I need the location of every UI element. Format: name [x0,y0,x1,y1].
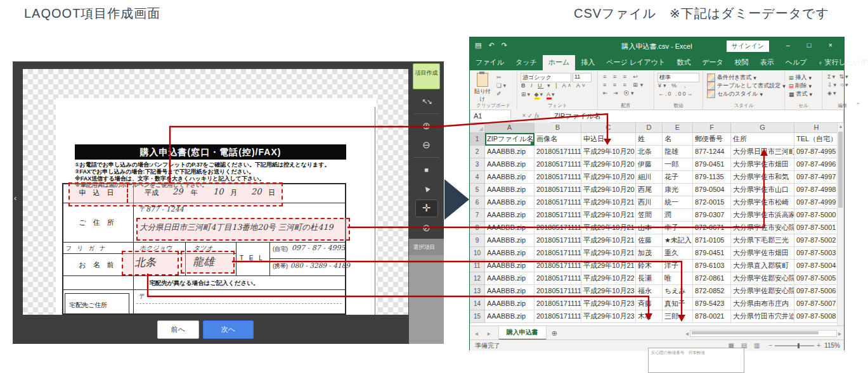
cell-F8[interactable]: 872-0671 [693,222,731,234]
cell-G3[interactable]: 大分県宇佐市畑田 [731,158,794,171]
tab-3[interactable]: ホーム [543,55,576,70]
cell-F4[interactable]: 879-1135 [693,171,731,184]
cell-H11[interactable]: 097-87-5004 [794,260,839,272]
zoom-out-icon[interactable]: ⊖ [416,137,437,153]
font-name-select[interactable]: 游ゴシック [521,73,571,82]
row-header-1[interactable]: 1 [470,133,485,146]
cell-G9[interactable]: 大分県下毛郡三光 [731,234,794,247]
cell-H10[interactable]: 097-87-5003 [794,247,839,260]
cursor-icon[interactable]: ▲ [413,175,440,201]
copy-icon[interactable]: ❏ ▾ [496,82,506,89]
cell-H3[interactable]: 097-87-4996 [794,158,839,171]
cell-C7[interactable]: 平成29年10月21日 [581,209,636,222]
cell-H2[interactable]: 097-87-4995 [794,146,839,158]
cell-F15[interactable]: 878-0021 [693,310,731,323]
cell-A7[interactable]: AAABBB.zip [485,209,534,222]
cell-E13[interactable]: ちえみ [663,285,693,298]
cell-G10[interactable]: 大分県宇佐市畑田 [731,247,794,260]
format-cells-button[interactable]: ▦書式 ▾ [789,90,812,98]
cell-A15[interactable]: AAABBB.zip [485,310,534,323]
zoom-slider[interactable] [775,345,814,346]
cell-E8[interactable]: 幸子 [663,222,693,234]
add-sheet-icon[interactable]: ⊕ [547,329,562,338]
cell-C3[interactable]: 平成29年10月20日 [581,158,636,171]
prev-button[interactable]: 前へ [157,320,199,339]
tell-me-box[interactable]: ♀実行したい作業を入力してください [813,55,868,70]
autosum-sort-icons[interactable]: Σ▾ ⇅▾ [827,73,850,80]
cell-E5[interactable]: 康光 [663,184,693,196]
cell-F1[interactable]: 郵便番号 [693,133,731,146]
hide-icon[interactable]: ⊘ [416,220,437,236]
cell-G5[interactable]: 大分県宇佐市山口 [731,184,794,196]
cell-H12[interactable]: 097-87-5005 [794,272,839,285]
cell-C9[interactable]: 平成29年10月21日 [581,234,636,247]
format-painter-icon[interactable]: ✐ [496,91,502,98]
row-header-14[interactable]: 14 [470,298,485,310]
select-all-corner[interactable] [470,123,485,133]
cell-D12[interactable]: 長瀬 [636,272,663,285]
cell-E11[interactable]: 洋子 [663,260,693,272]
cell-D14[interactable]: 斉藤 [636,298,663,310]
format-as-table-button[interactable]: テーブルとして書式設定 ▾ [707,82,786,90]
cell-B12[interactable]: 201805171111 [534,272,581,285]
cell-B6[interactable]: 201805171111 [534,196,581,209]
selected-items-list[interactable] [409,255,444,344]
cell-G15[interactable]: 大分県竹田市穴井迫 [731,310,794,323]
cell-A2[interactable]: AAABBB.zip [485,146,534,158]
zoom-level[interactable]: 115% [824,342,844,349]
cell-G8[interactable]: 大分県宇佐市安心院 [731,222,794,234]
row-header-9[interactable]: 9 [470,234,485,247]
delete-cells-button[interactable]: ⊟削除 ▾ [789,82,812,90]
tab-6[interactable]: 数式 [671,55,696,70]
cell-H8[interactable]: 097-87-5001 [794,222,839,234]
cell-G11[interactable]: 大分県直入郡荻町 [731,260,794,272]
cell-D13[interactable]: 福永 [636,285,663,298]
cell-E4[interactable]: 花子 [663,171,693,184]
cell-G1[interactable]: 住所 [731,133,794,146]
zoom-slider-thumb[interactable] [798,343,800,348]
move-icon[interactable]: ✛ [415,199,438,217]
cell-B9[interactable]: 201805171111 [534,234,581,247]
formula-input[interactable]: ZIPファイル名 [550,110,844,123]
font-size-select[interactable]: 11 [573,73,592,82]
cell-H5[interactable]: 097-87-4998 [794,184,839,196]
row-header-8[interactable]: 8 [470,222,485,234]
cell-B14[interactable]: 201805171111 [534,298,581,310]
collapse-ribbon-icon[interactable]: ⌃ [855,102,860,108]
name-box[interactable]: A1 [470,110,511,123]
tab-2[interactable]: タッチ [510,55,543,70]
cell-A5[interactable]: AAABBB.zip [485,184,534,196]
sheet-nav-icons[interactable]: ◂ ▸ [470,330,498,337]
currency-percent-comma-icons[interactable]: ¥▾ % ， [658,82,690,89]
cell-G12[interactable]: 大分県宇佐郡安心院 [731,272,794,285]
cell-H9[interactable]: 097-87-5002 [794,234,839,247]
valign-icons[interactable]: ≡ ≡ ≡ ↩ [603,73,640,80]
cell-D9[interactable]: 佐藤 [636,234,663,247]
horizontal-scrollbar[interactable] [690,330,837,337]
cell-C4[interactable]: 平成29年10月20日 [581,171,636,184]
row-header-11[interactable]: 11 [470,260,485,272]
cell-G13[interactable]: 大分県宇佐郡安心院 [731,285,794,298]
hscroll-left-icon[interactable]: ◂ [685,330,689,337]
cut-icon[interactable]: ✂ [496,74,502,81]
cell-A9[interactable]: AAABBB.zip [485,234,534,247]
hscroll-right-icon[interactable]: ▸ [838,330,841,337]
cell-D7[interactable]: 笠間 [636,209,663,222]
cell-A13[interactable]: AAABBB.zip [485,285,534,298]
cell-D6[interactable]: 西川 [636,196,663,209]
fullscreen-icon[interactable]: ↖↘ [416,93,437,110]
cell-B10[interactable]: 201805171111 [534,247,581,260]
collapse-chevron-icon[interactable]: ‹ [14,193,16,203]
cell-G2[interactable]: 大分県日田市三河町 [731,146,794,158]
cell-D2[interactable]: 北条 [636,146,663,158]
cell-D5[interactable]: 西尾 [636,184,663,196]
cell-E1[interactable]: 名 [663,133,693,146]
tab-9[interactable]: 表示 [755,55,780,70]
row-header-3[interactable]: 3 [470,158,485,171]
rect-tool-icon[interactable]: ■ [416,161,437,178]
cell-D8[interactable]: 山本 [636,222,663,234]
create-item-button[interactable]: 項目作成 [413,63,440,89]
cell-B8[interactable]: 201805171111 [534,222,581,234]
cell-C2[interactable]: 平成29年10月20日 [581,146,636,158]
cell-F9[interactable]: 871-0105 [693,234,731,247]
